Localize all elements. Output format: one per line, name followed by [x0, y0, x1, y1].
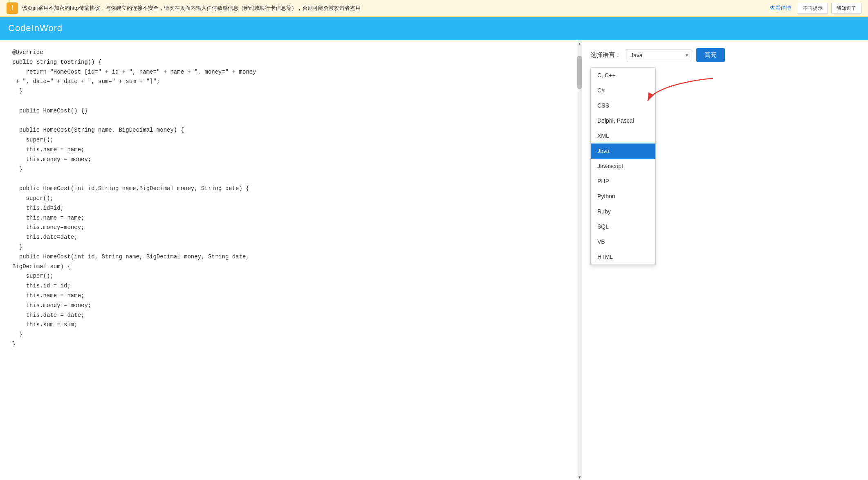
main-content: @Override public String toString() { ret…	[0, 40, 868, 480]
dropdown-option[interactable]: CSS	[591, 98, 655, 113]
highlight-button[interactable]: 高亮	[696, 48, 725, 62]
dropdown-option[interactable]: XML	[591, 128, 655, 144]
dropdown-option[interactable]: Python	[591, 189, 655, 204]
warning-icon: !	[7, 2, 18, 14]
got-it-button[interactable]: 我知道了	[831, 3, 861, 14]
dropdown-option[interactable]: Javascript	[591, 159, 655, 174]
warning-buttons: 不再提示 我知道了	[798, 3, 861, 14]
scrollbar-thumb[interactable]	[577, 56, 582, 89]
scroll-down-icon: ▼	[578, 475, 582, 480]
scroll-down-arrow[interactable]: ▼	[577, 473, 582, 480]
language-dropdown[interactable]: C, C++C#CSSDelphi, PascalXMLJavaJavascri…	[590, 67, 656, 265]
right-panel: 选择语言： Java C, C++ C# CSS Delphi, Pascal …	[582, 40, 868, 480]
header: CodeInWord	[0, 17, 868, 40]
no-remind-button[interactable]: 不再提示	[798, 3, 828, 14]
scroll-up-arrow[interactable]: ▲	[577, 40, 582, 48]
code-content: @Override public String toString() { ret…	[12, 48, 565, 350]
language-label: 选择语言：	[590, 51, 621, 59]
dropdown-option[interactable]: SQL	[591, 219, 655, 234]
warning-text: 该页面采用不加密的http传输协议，与你建立的连接不安全，请勿在页面内输入任何敏…	[22, 4, 768, 12]
dropdown-option[interactable]: Java	[591, 144, 655, 159]
scroll-up-icon: ▲	[578, 42, 582, 46]
language-select[interactable]: Java C, C++ C# CSS Delphi, Pascal XML Ja…	[626, 49, 691, 61]
dropdown-option[interactable]: PHP	[591, 174, 655, 189]
dropdown-option[interactable]: VB	[591, 234, 655, 249]
code-scrollbar[interactable]: ▲ ▼	[577, 40, 582, 480]
code-area[interactable]: @Override public String toString() { ret…	[0, 40, 577, 480]
warning-link[interactable]: 查看详情	[770, 4, 791, 12]
language-selector-row: 选择语言： Java C, C++ C# CSS Delphi, Pascal …	[590, 48, 860, 62]
dropdown-option[interactable]: HTML	[591, 249, 655, 265]
dropdown-option[interactable]: Ruby	[591, 204, 655, 219]
language-select-wrapper[interactable]: Java C, C++ C# CSS Delphi, Pascal XML Ja…	[626, 49, 691, 61]
dropdown-option[interactable]: Delphi, Pascal	[591, 113, 655, 128]
app-title: CodeInWord	[8, 23, 63, 34]
warning-bar: ! 该页面采用不加密的http传输协议，与你建立的连接不安全，请勿在页面内输入任…	[0, 0, 868, 17]
dropdown-option[interactable]: C, C++	[591, 68, 655, 83]
dropdown-option[interactable]: C#	[591, 83, 655, 98]
